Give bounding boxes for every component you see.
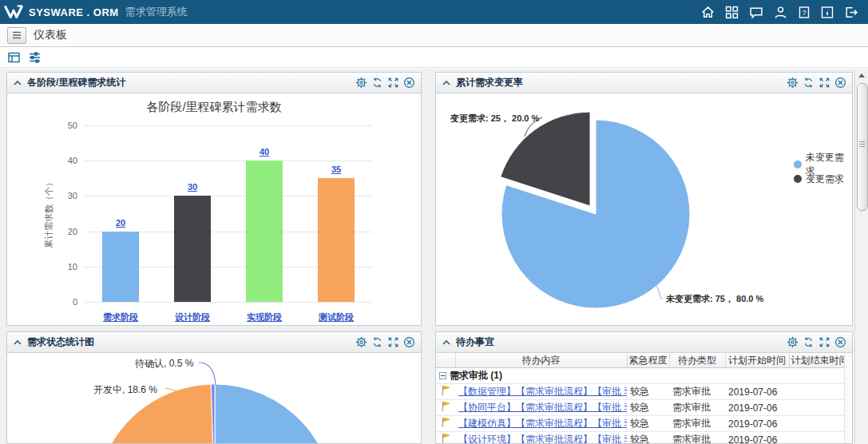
panel-header: 待办事宜 <box>436 332 852 353</box>
todo-content-link-td[interactable]: 【建模仿真】【需求审批流程】【审批 李向薇】 <box>455 416 627 432</box>
collapse-chevron-icon[interactable] <box>442 79 451 87</box>
column-header[interactable]: 待办类型 <box>669 353 725 368</box>
expand-icon[interactable] <box>387 336 399 348</box>
top-nav-icons: ? <box>701 6 858 19</box>
flag-cell-td <box>436 432 455 444</box>
refresh-icon[interactable] <box>371 77 383 89</box>
end-date-cell-td <box>789 400 845 416</box>
slice-label: 开发中, 18.6 % <box>93 383 157 397</box>
close-icon[interactable] <box>834 77 846 89</box>
settings-icon[interactable] <box>355 336 367 348</box>
group-row[interactable]: 需求审批 (1) <box>436 368 845 384</box>
panel-title: 累计需求变更率 <box>456 76 523 89</box>
slice-label: 待确认, 0.5 % <box>135 357 193 371</box>
todo-content-link[interactable]: 【数据管理】【需求审批流程】【审批 李向薇】 <box>458 386 627 397</box>
flag-icon <box>441 385 450 396</box>
column-header[interactable]: 计划开始时间 <box>725 353 789 368</box>
logout-icon[interactable] <box>844 6 858 19</box>
filter-sliders-icon[interactable] <box>28 51 42 64</box>
todo-table-scrollbar[interactable] <box>844 353 852 443</box>
column-header[interactable]: 计划结束时间 <box>789 353 845 368</box>
todo-content-link[interactable]: 【协同平台】【需求审批流程】【审批 李向薇】 <box>458 402 627 413</box>
x-category-label[interactable]: 需求阶段 <box>89 311 153 323</box>
bar-value-label[interactable]: 35 <box>316 165 356 174</box>
arrow-up-icon <box>858 73 865 77</box>
todo-row: 【数据管理】【需求审批流程】【审批 李向薇】较急需求审批2019-07-06 <box>436 384 845 400</box>
menu-icon[interactable] <box>7 27 26 44</box>
message-icon[interactable] <box>749 6 763 19</box>
panel-title: 待办事宜 <box>456 335 494 349</box>
bar-chart-body: 各阶段/里程碑累计需求数累计需求数（个）0102030405020需求阶段30设… <box>7 93 421 325</box>
refresh-icon[interactable] <box>371 336 383 348</box>
todo-row: 【设计环境】【需求审批流程】【审批 李向薇】较急需求审批2019-07-06 <box>436 432 845 444</box>
apps-grid-icon[interactable] <box>725 6 739 19</box>
y-axis-label: 累计需求数（个） <box>43 157 54 269</box>
scroll-up-button[interactable] <box>855 69 868 81</box>
user-icon[interactable] <box>774 6 787 19</box>
pie-legend: 未变更需求变更需求 <box>794 157 852 186</box>
slice-label-changed: 变更需求: 25， 20.0 % <box>450 113 539 125</box>
vertical-scrollbar[interactable] <box>854 69 868 444</box>
bar-value-label[interactable]: 20 <box>101 218 141 228</box>
scrollbar-thumb[interactable] <box>857 83 868 211</box>
bar[interactable] <box>318 178 355 302</box>
bar[interactable] <box>174 196 211 302</box>
flag-cell-td <box>436 384 455 400</box>
todo-content-link[interactable]: 【建模仿真】【需求审批流程】【审批 李向薇】 <box>458 418 627 429</box>
todo-content-link-td[interactable]: 【设计环境】【需求审批流程】【审批 李向薇】 <box>455 432 627 444</box>
legend-dot <box>794 175 802 183</box>
settings-icon[interactable] <box>787 336 799 348</box>
legend-item[interactable]: 未变更需求 <box>794 157 852 172</box>
flag-icon <box>441 417 450 428</box>
legend-item[interactable]: 变更需求 <box>794 172 852 186</box>
bar-value-label[interactable]: 40 <box>244 147 284 157</box>
column-header[interactable]: 紧急程度 <box>627 353 669 368</box>
panel-actions <box>355 336 415 348</box>
column-header[interactable]: 待办内容 <box>455 353 627 368</box>
close-icon[interactable] <box>403 77 415 89</box>
refresh-icon[interactable] <box>803 336 814 348</box>
y-tick-label: 10 <box>46 262 77 272</box>
close-icon[interactable] <box>834 336 846 348</box>
collapse-chevron-icon[interactable] <box>13 79 22 87</box>
bar[interactable] <box>102 232 139 302</box>
x-category-label[interactable]: 设计阶段 <box>161 311 224 323</box>
collapse-chevron-icon[interactable] <box>442 339 451 347</box>
settings-icon[interactable] <box>787 77 799 89</box>
layout-columns-icon[interactable] <box>7 51 21 64</box>
settings-icon[interactable] <box>355 77 367 89</box>
expand-icon[interactable] <box>818 336 830 348</box>
x-category-label[interactable]: 测试阶段 <box>304 311 368 323</box>
document-help-icon[interactable]: ? <box>798 6 811 19</box>
urgency-cell-td: 较急 <box>627 384 669 400</box>
bar-value-label[interactable]: 30 <box>172 182 212 192</box>
x-category-label[interactable]: 实现阶段 <box>232 311 296 323</box>
todo-header-row: 待办内容紧急程度待办类型计划开始时间计划结束时间 <box>436 353 845 368</box>
home-icon[interactable] <box>701 6 715 19</box>
expand-icon[interactable] <box>387 77 399 89</box>
todo-content-link-td[interactable]: 【数据管理】【需求审批流程】【审批 李向薇】 <box>455 384 627 400</box>
todo-row: 【协同平台】【需求审批流程】【审批 李向薇】较急需求审批2019-07-06 <box>436 400 845 416</box>
panel-status-chart: 需求状态统计图 开发中, 18.6 %待确认, 0.5 % <box>6 331 422 444</box>
panel-header: 各阶段/里程碑需求统计 <box>7 73 421 93</box>
expand-icon[interactable] <box>818 77 830 89</box>
refresh-icon[interactable] <box>803 77 814 89</box>
close-icon[interactable] <box>403 336 415 348</box>
dashboard-content: 各阶段/里程碑需求统计 各阶段/里程碑累计需求数累计需求数（个）01020304… <box>0 69 868 444</box>
legend-label: 变更需求 <box>806 172 844 186</box>
slice-label-unchanged: 未变更需求: 75， 80.0 % <box>666 293 763 305</box>
bar[interactable] <box>246 161 283 302</box>
legend-dot <box>794 161 802 168</box>
y-tick-label: 20 <box>46 227 77 236</box>
grid-line <box>85 302 372 303</box>
pie-slice[interactable] <box>196 384 335 443</box>
todo-row: 【建模仿真】【需求审批流程】【审批 李向薇】较急需求审批2019-07-06 <box>436 416 845 432</box>
collapse-chevron-icon[interactable] <box>13 339 22 347</box>
todo-content-link[interactable]: 【设计环境】【需求审批流程】【审批 李向薇】 <box>458 434 627 443</box>
todo-content-link-td[interactable]: 【协同平台】【需求审批流程】【审批 李向薇】 <box>455 400 627 416</box>
flag-column-header <box>436 353 455 368</box>
type-cell-td: 需求审批 <box>669 432 725 444</box>
urgency-cell-td: 较急 <box>627 416 669 432</box>
info-icon[interactable] <box>821 6 834 19</box>
collapse-minus-icon[interactable] <box>439 372 446 379</box>
